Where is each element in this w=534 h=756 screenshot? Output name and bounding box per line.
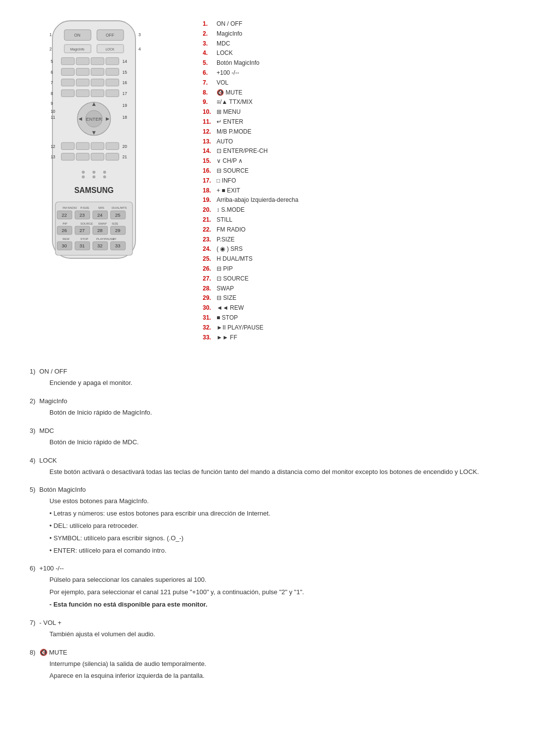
desc-num: 8) [30,649,36,656]
legend-item: 17.□ INFO [203,177,504,185]
desc-heading: 7)- VOL + [30,619,504,626]
legend-number: 19. [203,196,217,204]
legend-item: 22.FM RADIO [203,226,504,234]
legend-text: ↕ S.MODE [217,206,245,214]
legend-number: 25. [203,255,217,263]
svg-rect-32 [76,90,89,96]
desc-num: 7) [30,619,36,626]
legend-item: 25.H DUAL/MTS [203,255,504,263]
desc-body: Use estos botones para MagicInfo.• Letra… [30,496,504,556]
svg-text:16: 16 [123,80,128,85]
desc-item: 8)🔇 MUTEInterrumpe (silencia) la salida … [30,649,504,682]
svg-text:14: 14 [123,59,128,64]
desc-title: +100 -/-- [40,565,64,572]
desc-title: MDC [40,427,54,434]
legend-text: ≡/▲ TTX/MIX [217,98,253,106]
desc-title: Botón MagicInfo [40,486,86,493]
desc-title: ON / OFF [40,368,67,375]
desc-item: 5)Botón MagicInfoUse estos botones para … [30,486,504,556]
desc-line: Enciende y apaga el monitor. [49,378,504,388]
svg-text:STOP: STOP [80,237,88,240]
legend-text: ◄◄ REW [217,304,244,312]
svg-text:OFF: OFF [106,33,114,38]
legend-item: 10.⊞ MENU [203,108,504,116]
desc-line-bullet: • DEL: utilícelo para retroceder. [49,521,504,531]
svg-rect-25 [61,79,74,86]
legend-item: 27.⊡ SOURCE [203,275,504,283]
svg-text:SRS: SRS [98,206,104,209]
svg-text:ENTER: ENTER [86,116,102,122]
legend-item: 33.►► FF [203,333,504,342]
desc-heading: 4)LOCK [30,457,504,464]
remote-image: ON OFF 1 3 MagicInfo LOCK 2 4 [35,15,183,325]
svg-rect-19 [76,68,89,75]
svg-rect-20 [91,68,104,75]
svg-text:3: 3 [138,32,141,37]
desc-title: 🔇 MUTE [40,649,67,656]
legend-number: 5. [203,59,217,67]
legend-number: 10. [203,108,217,116]
legend-item: 26.⊟ PIP [203,265,504,273]
legend-text: LOCK [217,49,233,57]
svg-text:21: 21 [123,154,128,159]
legend-container: 1.ON / OFF2.MagicInfo3.MDC4.LOCK5.Botón … [203,15,504,343]
svg-point-62 [92,171,95,174]
legend-text: ⊞ MENU [217,108,241,116]
svg-text:▲: ▲ [91,100,97,107]
svg-text:FM RADIO: FM RADIO [62,206,77,209]
svg-text:LOCK: LOCK [105,47,115,51]
desc-line: Use estos botones para MagicInfo. [49,496,504,507]
remote-container: ON OFF 1 3 MagicInfo LOCK 2 4 [30,15,188,343]
desc-body: También ajusta el volumen del audio. [30,629,504,640]
svg-rect-21 [106,68,119,75]
legend-number: 15. [203,157,217,165]
svg-text:DUAL/MTS: DUAL/MTS [112,206,127,209]
desc-title: MagicInfo [40,397,67,405]
svg-point-66 [103,176,106,179]
svg-rect-14 [76,57,89,64]
svg-text:SAMSUNG: SAMSUNG [74,186,114,194]
legend-item: 5.Botón MagicInfo [203,59,504,67]
svg-text:PLAY/PAUSE: PLAY/PAUSE [96,237,114,240]
svg-text:15: 15 [123,70,128,75]
svg-text:SIZE: SIZE [112,222,118,225]
desc-item: 7)- VOL +También ajusta el volumen del a… [30,619,504,640]
desc-line: Aparece en la esquina inferior izquierda… [49,671,504,681]
svg-rect-49 [61,142,74,149]
legend-text: H DUAL/MTS [217,255,253,263]
svg-text:12: 12 [50,144,55,149]
legend-item: 8.🔇 MUTE [203,89,504,97]
legend-text: MDC [217,40,230,48]
svg-text:PIP: PIP [62,222,67,225]
desc-num: 2) [30,397,36,405]
svg-rect-57 [91,153,104,160]
svg-rect-15 [91,57,104,64]
svg-text:27: 27 [80,228,85,233]
desc-heading: 1)ON / OFF [30,368,504,375]
desc-body: Este botón activará o desactivará todas … [30,467,504,477]
svg-text:24: 24 [97,212,103,218]
legend-number: 12. [203,128,217,136]
desc-line: Botón de Inicio rápido de MagicInfo. [49,408,504,418]
desc-num: 5) [30,486,36,493]
svg-text:▼: ▼ [91,129,97,136]
legend-item: 21.STILL [203,216,504,224]
desc-item: 4)LOCKEste botón activará o desactivará … [30,457,504,477]
legend-number: 4. [203,49,217,57]
legend-text: ↵ ENTER [217,118,243,126]
desc-item: 6)+100 -/--Púlselo para seleccionar los … [30,565,504,610]
legend-text: STILL [217,216,232,224]
legend-number: 28. [203,284,217,293]
legend-text: ∨ CH/P ∧ [217,157,243,165]
legend-number: 11. [203,118,217,126]
legend-number: 27. [203,275,217,283]
legend-text: Arriba-abajo Izquierda-derecha [217,196,298,204]
legend-number: 16. [203,167,217,175]
legend-number: 2. [203,30,217,38]
desc-item: 1)ON / OFFEnciende y apaga el monitor. [30,368,504,388]
legend-text: ►II PLAY/PAUSE [217,324,264,332]
svg-point-61 [82,171,85,174]
svg-text:13: 13 [50,154,55,159]
svg-text:28: 28 [97,228,103,233]
legend-number: 17. [203,177,217,185]
